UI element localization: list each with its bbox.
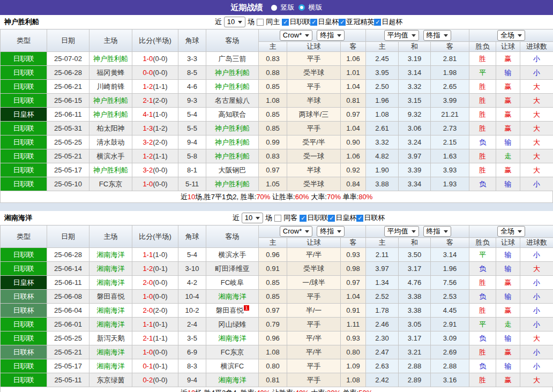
avg-stage-select[interactable]: 终指	[423, 30, 451, 41]
chevron-down-icon	[256, 217, 260, 220]
summary-segment: 60%	[295, 193, 309, 201]
home-team-link[interactable]: FC东京	[99, 180, 122, 188]
home-team-link[interactable]: 神户胜利船	[93, 55, 128, 63]
away-odds: 1.08	[346, 376, 360, 384]
odds-group-header: Crow* 终指	[259, 29, 366, 42]
home-odds: 0.97	[266, 306, 279, 314]
match-result: 胜	[479, 82, 486, 91]
league-checkbox[interactable]	[374, 19, 381, 26]
home-team-link[interactable]: 柏太阳神	[97, 124, 125, 132]
away-team-link[interactable]: 神户胜利船	[215, 82, 250, 91]
home-team-link[interactable]: 福冈黄蜂	[97, 69, 125, 77]
same-venue-checkbox[interactable]	[257, 19, 264, 26]
handicap-line: 受半球	[303, 265, 324, 273]
away-team-link[interactable]: 广岛三箭	[219, 55, 246, 63]
home-team-link[interactable]: 川崎前锋	[97, 82, 125, 91]
goals-over-under: 小	[533, 348, 540, 356]
home-team-link[interactable]: 湘南海洋	[97, 348, 125, 356]
full-time-score: 2-0	[143, 278, 153, 287]
league-checkbox[interactable]	[282, 19, 289, 26]
chevron-down-icon	[337, 34, 341, 37]
avg-source-select[interactable]: 平均值	[384, 30, 419, 41]
league-checkbox[interactable]	[310, 19, 317, 26]
goals-over-under: 小	[533, 251, 540, 259]
odds-source-value: Crow*	[283, 227, 302, 236]
home-team-link[interactable]: 磐田喜悦	[97, 292, 125, 300]
avg-stage-select[interactable]: 终指	[423, 226, 451, 237]
goals-over-under: 小	[533, 180, 540, 188]
games-count-select[interactable]: 10	[224, 17, 245, 27]
league-checkbox[interactable]	[356, 215, 363, 222]
away-team-link[interactable]: 湘南海洋	[219, 292, 246, 300]
avg-draw-odds: 3.24	[408, 138, 421, 146]
away-team-link[interactable]: 町田泽维亚	[215, 265, 250, 273]
home-team-link[interactable]: 神户胜利船	[93, 96, 128, 104]
away-team-link[interactable]: 湘南海洋	[219, 334, 246, 342]
half-time-score: (0-0)	[153, 180, 167, 188]
away-team-link[interactable]: 横滨水手	[219, 251, 246, 259]
handicap-line: 平/半	[306, 334, 322, 342]
away-team-link[interactable]: 神户胜利船	[215, 124, 250, 132]
avg-away-odds: 1.93	[443, 180, 457, 188]
col-header-handicap: 让球	[287, 42, 341, 52]
home-team-link[interactable]: 湘南海洋	[97, 251, 125, 259]
away-team-link[interactable]: 磐田喜悦1	[215, 306, 249, 314]
away-team-link[interactable]: 冈山绿雉	[219, 320, 246, 328]
chevron-down-icon	[412, 230, 416, 233]
home-team-link[interactable]: 横滨水手	[97, 152, 125, 160]
away-team-link[interactable]: 湘南海洋	[219, 376, 246, 384]
same-venue-checkbox[interactable]	[274, 215, 281, 222]
odds-source-select[interactable]: Crow*	[280, 30, 312, 41]
avg-source-select[interactable]: 平均值	[384, 226, 419, 237]
away-odds: 0.84	[346, 180, 360, 188]
match-result: 胜	[479, 124, 486, 132]
league-checkbox[interactable]	[328, 215, 335, 222]
away-team-link[interactable]: 神户胜利船	[215, 69, 250, 77]
match-result: 胜	[479, 152, 486, 160]
away-team-link[interactable]: FC东京	[221, 348, 244, 356]
odds-group-header: Crow* 终指	[259, 225, 366, 238]
handicap-result: 输	[505, 69, 512, 77]
match-date: 25-05-21	[54, 152, 82, 160]
away-team-link[interactable]: 高知联合	[219, 110, 246, 118]
full-game-select[interactable]: 全场	[497, 30, 525, 41]
avg-group-header: 平均值 终指	[366, 29, 469, 42]
radio-vertical-layout[interactable]	[271, 5, 277, 11]
games-count-select[interactable]: 10	[242, 213, 263, 223]
odds-stage-select[interactable]: 终指	[317, 30, 345, 41]
avg-away-odds: 1.96	[443, 265, 457, 273]
league-checkbox[interactable]	[300, 215, 307, 222]
match-type-badge: 日职联	[13, 82, 34, 91]
odds-source-select[interactable]: Crow*	[280, 226, 312, 237]
home-team-link[interactable]: 湘南海洋	[97, 362, 125, 370]
match-date: 25-05-10	[54, 180, 82, 188]
away-team-link[interactable]: 神户胜利船	[215, 152, 250, 160]
league-checkbox[interactable]	[339, 19, 346, 26]
match-type-badge: 日职联	[13, 251, 34, 259]
home-team-link[interactable]: 湘南海洋	[97, 320, 125, 328]
match-result: 胜	[479, 278, 486, 287]
away-team-link[interactable]: 大阪钢巴	[219, 166, 246, 174]
home-team-link[interactable]: 新泻天鹅	[97, 334, 125, 342]
odds-stage-select[interactable]: 终指	[317, 226, 345, 237]
full-game-select[interactable]: 全场	[497, 226, 525, 237]
away-team-link[interactable]: 神户胜利船	[215, 138, 250, 146]
away-team-link[interactable]: 神户胜利船	[215, 180, 250, 188]
home-odds: 1.05	[266, 180, 279, 188]
home-team-link[interactable]: 神户胜利船	[93, 166, 128, 174]
handicap-result: 赢	[505, 348, 512, 356]
same-venue-label: 同主	[266, 17, 280, 27]
home-team-link[interactable]: 湘南海洋	[97, 265, 125, 273]
home-team-link[interactable]: 东京绿茵	[97, 376, 125, 384]
home-team-link[interactable]: 湘南海洋	[97, 278, 125, 287]
away-team-link[interactable]: 横滨FC	[221, 362, 244, 370]
home-team-link[interactable]: 神户胜利船	[93, 110, 128, 118]
home-team-link[interactable]: 湘南海洋	[97, 306, 125, 314]
league-filters: 日职联 日皇杯 亚冠精英	[282, 17, 402, 27]
away-team-link[interactable]: FC岐阜	[221, 278, 244, 287]
radio-horizontal-layout[interactable]	[298, 4, 305, 11]
away-team-link[interactable]: 名古屋鲸八	[215, 96, 250, 104]
home-team-link[interactable]: 清水鼓动	[97, 138, 125, 146]
handicap-result: 输	[505, 362, 512, 370]
odds-stage-value: 终指	[320, 227, 334, 236]
